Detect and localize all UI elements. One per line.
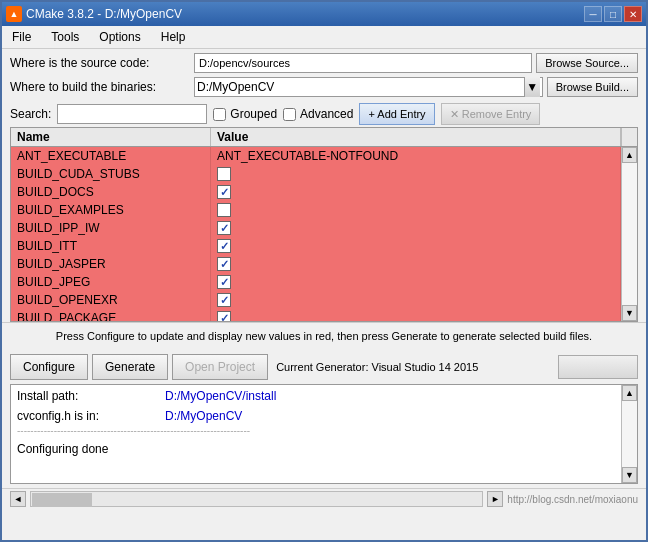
cell-name: BUILD_CUDA_STUBS — [11, 165, 211, 183]
cmake-icon: ▲ — [6, 6, 22, 22]
grouped-checkbox-group: Grouped — [213, 107, 277, 121]
log-label: cvconfig.h is in: — [17, 409, 157, 423]
log-scroll-down[interactable]: ▼ — [622, 467, 637, 483]
log-container: Install path: D:/MyOpenCV/install cvconf… — [10, 384, 638, 484]
build-label: Where to build the binaries: — [10, 80, 190, 94]
scroll-up-button[interactable]: ▲ — [622, 147, 637, 163]
table-row[interactable]: BUILD_EXAMPLES — [11, 201, 621, 219]
title-bar: ▲ CMake 3.8.2 - D:/MyOpenCV ─ □ ✕ — [2, 2, 646, 26]
cell-value: ✓ — [211, 255, 621, 273]
table-checkbox[interactable]: ✓ — [217, 275, 231, 289]
title-bar-left: ▲ CMake 3.8.2 - D:/MyOpenCV — [6, 6, 182, 22]
log-scroll[interactable]: Install path: D:/MyOpenCV/install cvconf… — [11, 385, 621, 483]
add-entry-button[interactable]: + Add Entry — [359, 103, 434, 125]
cell-value: ✓ — [211, 309, 621, 321]
table-row[interactable]: BUILD_JASPER ✓ — [11, 255, 621, 273]
table-row[interactable]: BUILD_DOCS ✓ — [11, 183, 621, 201]
log-done-line: Configuring done — [17, 442, 615, 456]
scroll-left-button[interactable]: ◄ — [10, 491, 26, 507]
header-name: Name — [11, 128, 211, 146]
source-row: Where is the source code: Browse Source.… — [10, 53, 638, 73]
table-checkbox[interactable]: ✓ — [217, 257, 231, 271]
menu-help[interactable]: Help — [155, 28, 192, 46]
configure-button[interactable]: Configure — [10, 354, 88, 380]
log-label: Install path: — [17, 389, 157, 403]
build-row: Where to build the binaries: D:/MyOpenCV… — [10, 77, 638, 97]
scroll-right-button[interactable]: ► — [487, 491, 503, 507]
close-button[interactable]: ✕ — [624, 6, 642, 22]
advanced-label: Advanced — [300, 107, 353, 121]
generator-text: Current Generator: Visual Studio 14 2015 — [276, 361, 478, 373]
cell-value — [211, 165, 621, 183]
table-checkbox[interactable]: ✓ — [217, 293, 231, 307]
build-combo[interactable]: D:/MyOpenCV ▼ — [194, 77, 543, 97]
table-scroll[interactable]: ANT_EXECUTABLE ANT_EXECUTABLE-NOTFOUND B… — [11, 147, 621, 321]
table-row[interactable]: BUILD_ITT ✓ — [11, 237, 621, 255]
status-text: Press Configure to update and display ne… — [2, 322, 646, 350]
grouped-checkbox[interactable] — [213, 108, 226, 121]
table-checkbox[interactable] — [217, 167, 231, 181]
generate-button[interactable]: Generate — [92, 354, 168, 380]
table-row[interactable]: BUILD_PACKAGE ✓ — [11, 309, 621, 321]
table-checkbox[interactable]: ✓ — [217, 185, 231, 199]
menu-options[interactable]: Options — [93, 28, 146, 46]
table-row[interactable]: ANT_EXECUTABLE ANT_EXECUTABLE-NOTFOUND — [11, 147, 621, 165]
advanced-checkbox[interactable] — [283, 108, 296, 121]
menu-file[interactable]: File — [6, 28, 37, 46]
cell-value: ✓ — [211, 237, 621, 255]
menu-tools[interactable]: Tools — [45, 28, 85, 46]
search-input[interactable] — [57, 104, 207, 124]
table-row[interactable]: BUILD_OPENEXR ✓ — [11, 291, 621, 309]
log-value: D:/MyOpenCV/install — [165, 389, 276, 403]
browse-source-button[interactable]: Browse Source... — [536, 53, 638, 73]
scroll-thumb[interactable] — [32, 493, 92, 507]
menu-bar: File Tools Options Help — [2, 26, 646, 49]
cell-value: ✓ — [211, 273, 621, 291]
open-project-button[interactable]: Open Project — [172, 354, 268, 380]
log-scroll-up[interactable]: ▲ — [622, 385, 637, 401]
log-line: cvconfig.h is in: D:/MyOpenCV — [17, 409, 615, 423]
watermark-text: http://blog.csdn.net/moxiaonu — [507, 494, 638, 505]
cell-name: BUILD_IPP_IW — [11, 219, 211, 237]
window-title: CMake 3.8.2 - D:/MyOpenCV — [26, 7, 182, 21]
log-separator: ----------------------------------------… — [17, 425, 615, 436]
cell-value: ✓ — [211, 219, 621, 237]
cell-value: ✓ — [211, 291, 621, 309]
table-checkbox[interactable]: ✓ — [217, 221, 231, 235]
cell-value: ✓ — [211, 183, 621, 201]
source-input[interactable] — [194, 53, 532, 73]
title-bar-buttons: ─ □ ✕ — [584, 6, 642, 22]
source-label: Where is the source code: — [10, 56, 190, 70]
minimize-button[interactable]: ─ — [584, 6, 602, 22]
table-row[interactable]: BUILD_IPP_IW ✓ — [11, 219, 621, 237]
cell-name: BUILD_JPEG — [11, 273, 211, 291]
scroll-track[interactable] — [622, 163, 637, 305]
table-scrollbar[interactable]: ▲ ▼ — [621, 147, 637, 321]
maximize-button[interactable]: □ — [604, 6, 622, 22]
bottom-bar: ◄ ► http://blog.csdn.net/moxiaonu — [2, 488, 646, 509]
cell-value: ANT_EXECUTABLE-NOTFOUND — [211, 147, 621, 165]
combo-arrow-icon[interactable]: ▼ — [524, 77, 540, 97]
advanced-checkbox-group: Advanced — [283, 107, 353, 121]
cell-name: ANT_EXECUTABLE — [11, 147, 211, 165]
horizontal-scrollbar[interactable] — [30, 491, 483, 507]
build-value: D:/MyOpenCV — [197, 80, 274, 94]
log-scroll-track[interactable] — [622, 401, 637, 467]
scroll-down-button[interactable]: ▼ — [622, 305, 637, 321]
cell-name: BUILD_JASPER — [11, 255, 211, 273]
table-checkbox[interactable]: ✓ — [217, 311, 231, 321]
table-checkbox[interactable] — [217, 203, 231, 217]
remove-entry-button[interactable]: ✕ Remove Entry — [441, 103, 541, 125]
table-row[interactable]: BUILD_JPEG ✓ — [11, 273, 621, 291]
grouped-label: Grouped — [230, 107, 277, 121]
table-row[interactable]: BUILD_CUDA_STUBS — [11, 165, 621, 183]
cell-name: BUILD_EXAMPLES — [11, 201, 211, 219]
right-button[interactable] — [558, 355, 638, 379]
cell-value — [211, 201, 621, 219]
table-checkbox[interactable]: ✓ — [217, 239, 231, 253]
browse-build-button[interactable]: Browse Build... — [547, 77, 638, 97]
header-value: Value — [211, 128, 621, 146]
table-header: Name Value — [11, 128, 637, 147]
log-value: D:/MyOpenCV — [165, 409, 242, 423]
table-container: Name Value ANT_EXECUTABLE ANT_EXECUTABLE… — [10, 127, 638, 322]
